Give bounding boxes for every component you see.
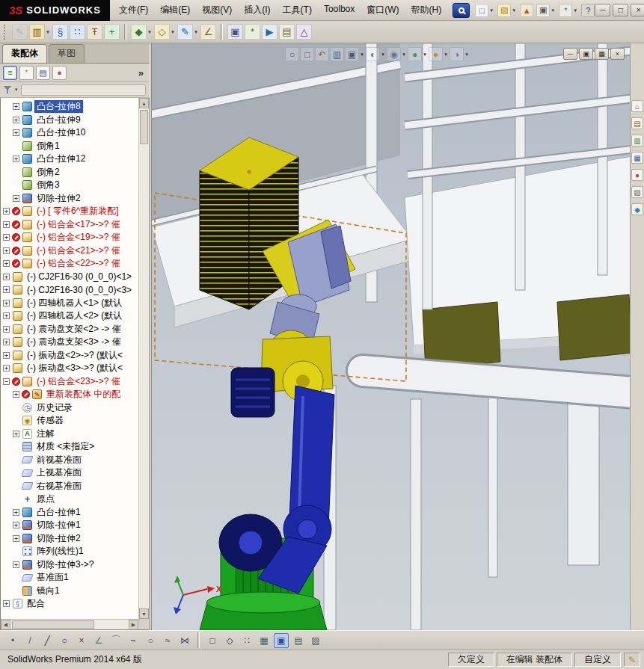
- linear-sketch-pattern-icon[interactable]: ∷: [239, 633, 254, 648]
- minimize-button[interactable]: ─: [595, 4, 610, 16]
- tree-expander[interactable]: +: [13, 561, 19, 568]
- instant3d-icon[interactable]: △: [296, 24, 312, 40]
- tree-item[interactable]: + 凸台-拉伸1: [1, 506, 138, 520]
- sketch-point-icon[interactable]: •: [5, 633, 20, 648]
- tree-item[interactable]: + 切除-拉伸2: [1, 532, 138, 546]
- insert-components-icon[interactable]: ▥: [29, 24, 45, 40]
- tree-item[interactable]: 传感器: [1, 414, 138, 428]
- interference-detection-icon[interactable]: ▣: [227, 24, 243, 40]
- tree-expander[interactable]: +: [3, 326, 10, 333]
- dropdown-caret[interactable]: [572, 7, 578, 13]
- trim-entities-icon[interactable]: ×: [74, 633, 89, 648]
- tree-item[interactable]: + (-) 铝合金<19>->? 催: [1, 231, 138, 244]
- configurationmanager-tab[interactable]: ▤: [36, 66, 50, 80]
- floor-panel-2[interactable]: [557, 295, 632, 360]
- options-button[interactable]: *: [559, 4, 572, 17]
- area-hatch-icon[interactable]: ▨: [308, 633, 323, 648]
- grid-snap-icon[interactable]: ▦: [257, 633, 272, 648]
- offset-entities-icon[interactable]: ≈: [160, 633, 175, 648]
- bill-of-materials-icon[interactable]: ▤: [279, 24, 295, 40]
- smart-fasteners-icon[interactable]: Ŧ: [87, 24, 102, 40]
- doc-restore-button[interactable]: ▣: [579, 48, 593, 60]
- tree-item[interactable]: + (-) [ 零件6^重新装配]: [1, 205, 138, 218]
- menu-file[interactable]: 文件(F): [113, 0, 154, 20]
- tree-item[interactable]: + (-) 震动盘支架<3> -> 催: [1, 336, 138, 349]
- scrollbar-thumb[interactable]: [140, 110, 148, 144]
- mate-icon[interactable]: §: [52, 24, 68, 40]
- filter-input[interactable]: [21, 84, 146, 96]
- menu-edit[interactable]: 编辑(E): [154, 0, 196, 20]
- tree-expander[interactable]: +: [3, 352, 10, 359]
- tree-item[interactable]: + 切除-拉伸3->?: [1, 558, 138, 572]
- help-button[interactable]: ?: [581, 4, 595, 17]
- tab-assembly[interactable]: 装配体: [2, 44, 47, 63]
- menu-insert[interactable]: 插入(I): [238, 0, 276, 20]
- dropdown-caret[interactable]: [464, 52, 470, 58]
- dropdown-caret[interactable]: [193, 29, 199, 35]
- tree-expander[interactable]: +: [13, 509, 19, 516]
- tree-item[interactable]: 倒角2: [1, 166, 138, 179]
- dropdown-caret[interactable]: [45, 29, 51, 35]
- tree-item[interactable]: + (-) CJ2F16-30 (0_0_0)<1>: [1, 271, 138, 284]
- zoom-to-fit-icon[interactable]: ○: [285, 47, 299, 61]
- scroll-up-button[interactable]: ▲: [139, 98, 149, 108]
- motion-study-icon[interactable]: ▶: [262, 24, 277, 40]
- appearances-tab[interactable]: ●: [52, 66, 67, 80]
- tree-item[interactable]: 材质 <未指定>: [1, 440, 138, 454]
- publish-edrawings-button[interactable]: ▲: [520, 4, 533, 17]
- appearances-icon[interactable]: ●: [631, 169, 643, 181]
- tree-item[interactable]: − (-) 铝合金<23>->? 催: [1, 375, 138, 389]
- circle-icon[interactable]: ○: [57, 633, 72, 648]
- status-editing[interactable]: 在编辑 装配体: [497, 653, 572, 667]
- dropdown-caret[interactable]: [511, 7, 517, 13]
- tree-expander[interactable]: +: [3, 339, 10, 345]
- doc-tile-button[interactable]: ▦: [595, 48, 609, 60]
- viewport[interactable]: X ○ □ ↶ ▥: [152, 43, 644, 630]
- tree-item[interactable]: + (-) 铝合金<22>->? 催: [1, 257, 138, 271]
- tree-expander[interactable]: +: [13, 522, 19, 528]
- tree-item[interactable]: + 凸台-拉伸9: [1, 114, 138, 127]
- tree-item[interactable]: 基准面1: [1, 571, 138, 585]
- dropdown-caret[interactable]: [488, 7, 494, 13]
- menu-view[interactable]: 视图(V): [196, 0, 238, 20]
- forum-icon[interactable]: ◆: [631, 203, 643, 215]
- tree-item[interactable]: + (-) 四轴机器人<1> (默认: [1, 297, 138, 310]
- design-library-icon[interactable]: ▤: [631, 117, 643, 129]
- dropdown-caret[interactable]: [443, 52, 449, 58]
- menu-help[interactable]: 帮助(H): [405, 0, 448, 20]
- 3d-scene[interactable]: X: [152, 43, 644, 630]
- toolbar-drag-handle[interactable]: [4, 25, 7, 40]
- filter-caret-icon[interactable]: [15, 87, 18, 93]
- tree-item[interactable]: 历史记录: [1, 401, 138, 415]
- search-button[interactable]: [453, 3, 470, 18]
- apply-scene-icon[interactable]: ●: [429, 47, 443, 61]
- tables-icon[interactable]: ▤: [291, 633, 306, 648]
- tree-item[interactable]: + 凸台-拉伸8: [1, 100, 138, 114]
- tree-item[interactable]: 前视基准面: [1, 454, 138, 467]
- sheet-format-icon[interactable]: ▣: [274, 633, 289, 648]
- zoom-to-area-icon[interactable]: □: [300, 47, 314, 61]
- tree-item[interactable]: + 凸台-拉伸12: [1, 152, 138, 166]
- scroll-right-button[interactable]: ▶: [129, 620, 138, 630]
- line-icon[interactable]: ╱: [40, 633, 55, 648]
- view-orientation-icon[interactable]: ▣: [345, 47, 359, 61]
- tree-item[interactable]: + (-) CJ2F16-30 (0_0_0)<3>: [1, 283, 138, 297]
- dropdown-caret[interactable]: [422, 52, 428, 58]
- tree-item[interactable]: 右视基准面: [1, 480, 138, 493]
- tree-expander[interactable]: +: [13, 117, 19, 123]
- print-button[interactable]: ▣: [536, 4, 550, 17]
- new-document-button[interactable]: □: [475, 4, 488, 17]
- tree-expander[interactable]: +: [13, 195, 19, 202]
- tree-item[interactable]: + (-) 振动盘<3>->? (默认<: [1, 362, 138, 375]
- scrollbar-thumb[interactable]: [12, 620, 94, 629]
- tree-item[interactable]: 上视基准面: [1, 466, 138, 480]
- filter-icon[interactable]: [4, 85, 12, 94]
- sketch-fillet-icon[interactable]: ∠: [91, 633, 106, 648]
- assembly-features-icon[interactable]: ◆: [131, 24, 147, 40]
- tree-item[interactable]: + 切除-拉伸2: [1, 192, 138, 206]
- previous-view-icon[interactable]: ↶: [315, 47, 329, 61]
- tree-item[interactable]: + 配合: [1, 597, 138, 611]
- exploded-view-icon[interactable]: *: [245, 24, 260, 40]
- custom-properties-icon[interactable]: ▧: [631, 186, 643, 198]
- spline-icon[interactable]: ~: [126, 633, 141, 648]
